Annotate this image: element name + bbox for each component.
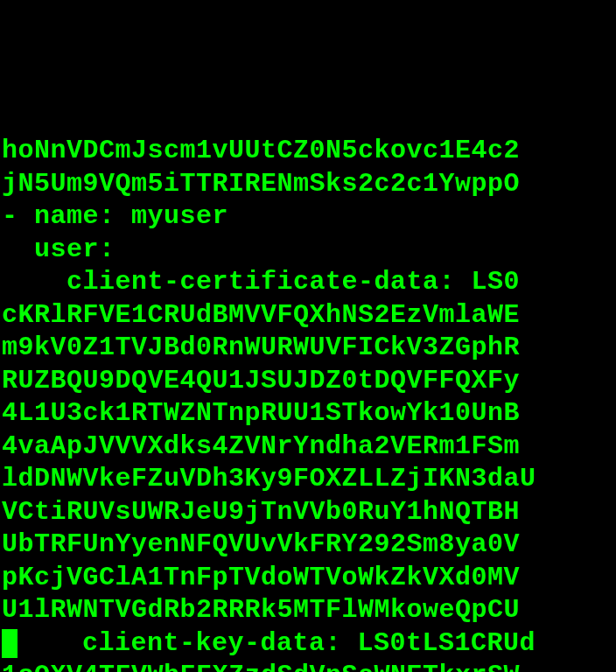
terminal-line: 1oQXV4TFVWbFFXZzdSdVpScWNETkxrSW bbox=[2, 660, 614, 672]
terminal-line: VCtiRUVsUWRJeU9jTnVVb0RuY1hNQTBH bbox=[2, 496, 614, 529]
terminal-line: RUZBQU9DQVE4QU1JSUJDZ0tDQVFFQXFy bbox=[2, 365, 614, 398]
terminal-line: jN5Um9VQm5iTTRIRENmSks2c2c1YwppO bbox=[2, 168, 614, 201]
terminal-line: hoNnVDCmJscm1vUUtCZ0N5ckovc1E4c2 bbox=[2, 135, 614, 168]
terminal-line: m9kV0Z1TVJBd0RnWURWUVFICkV3ZGphR bbox=[2, 332, 614, 365]
terminal-line: client-key-data: LS0tLS1CRUd bbox=[2, 627, 614, 661]
terminal-text: client-key-data: LS0tLS1CRUd bbox=[18, 628, 536, 658]
terminal-line: UbTRFUnYyenNFQVUvVkFRY292Sm8ya0V bbox=[2, 528, 614, 562]
terminal-line: 4L1U3ck1RTWZNTnpRUU1STkowYk10UnB bbox=[2, 397, 614, 430]
terminal-line: cKRlRFVE1CRUdBMVVFQXhNS2EzVmlaWE bbox=[2, 299, 614, 332]
terminal-line: pKcjVGClA1TnFpTVdoWTVoWkZkVXd0MV bbox=[2, 562, 614, 595]
terminal-cursor bbox=[2, 629, 18, 658]
terminal-line: U1lRWNTVGdRb2RRRk5MTFlWMkoweQpCU bbox=[2, 594, 614, 627]
terminal-line: - name: myuser bbox=[2, 200, 614, 234]
terminal-line: user: bbox=[2, 234, 614, 267]
terminal-line: client-certificate-data: LS0 bbox=[2, 266, 614, 299]
terminal-line: 4vaApJVVVXdks4ZVNrYndha2VERm1FSm bbox=[2, 430, 614, 464]
terminal-line: ldDNWVkeFZuVDh3Ky9FOXZLLZjIKN3daU bbox=[2, 463, 614, 496]
